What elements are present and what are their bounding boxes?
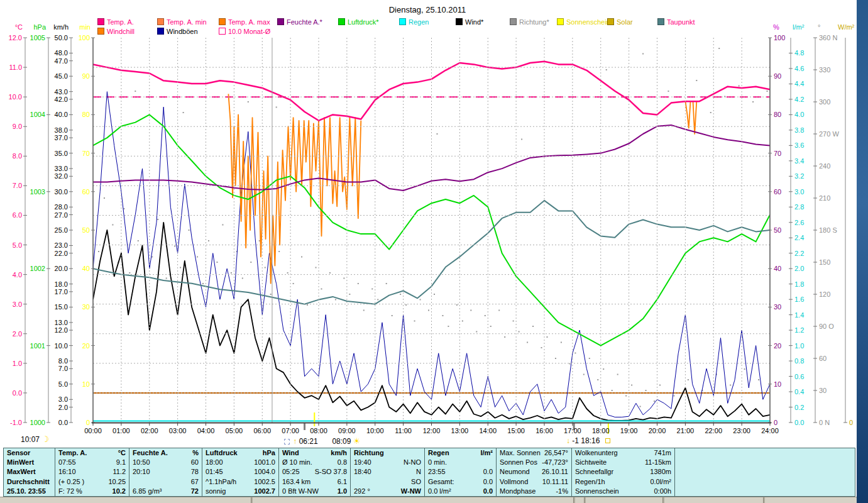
direction-dot <box>157 219 158 220</box>
cell-value: hPa <box>263 448 275 458</box>
statusbar-divider <box>662 497 664 503</box>
desktop-edge <box>857 0 868 503</box>
table-row-headers: SensorMinWertMaxWertDurchschnitt25.10. 2… <box>4 448 55 496</box>
table-col-Wind: Windkm/hØ 10 min.0.805:25S-SO 37.8163.4 … <box>279 448 351 496</box>
moonset-annotation: 10:07 ☽ <box>21 434 49 444</box>
x-axis-label: 06:00 <box>248 427 276 434</box>
direction-dot <box>527 342 528 343</box>
cell-value: S-SO 37.8 <box>315 467 347 477</box>
direction-dot <box>276 107 277 108</box>
cell-value: W-NW <box>401 487 421 496</box>
x-axis-label: 15:00 <box>502 427 530 434</box>
table-col-Luftdruck: LuftdruckhPa18:001001.001:451004.0^1.1hP… <box>202 448 279 496</box>
cell-label: 18:00 <box>206 458 223 467</box>
direction-dot <box>589 358 590 359</box>
cell-label: 163.4 km <box>282 477 310 487</box>
cell-label: Wind <box>282 448 299 458</box>
cell-value: 1004.0 <box>254 467 275 477</box>
direction-dot <box>767 91 768 92</box>
x-axis-label: 22:00 <box>700 427 727 434</box>
x-axis-label: 12:00 <box>418 427 446 434</box>
direction-dot <box>428 310 429 311</box>
cell-value: 11-15km <box>645 458 671 467</box>
direction-dot <box>293 283 294 284</box>
direction-dot <box>129 272 130 274</box>
direction-dot <box>174 246 175 247</box>
cell-value: 10.11.11 <box>542 477 568 487</box>
sunrise-arrow-icon: ↑ <box>293 437 297 446</box>
axis-tick-label: 40 <box>63 265 90 272</box>
axis-unit-wm2: W/m² <box>838 24 854 31</box>
cell-label: 0 min. <box>428 458 447 467</box>
cell-value: 0.0l/m² <box>650 477 671 487</box>
direction-dot <box>490 326 492 327</box>
x-axis-label: 16:00 <box>530 427 558 434</box>
cell-label: Ø 10 min. <box>282 458 312 467</box>
status-bar <box>0 497 857 503</box>
cell-label: F: 72 % <box>58 487 82 496</box>
direction-dot <box>631 385 632 386</box>
x-axis-label: 21:00 <box>671 427 699 434</box>
direction-dot <box>646 390 647 391</box>
direction-dot <box>216 262 217 263</box>
direction-dot <box>287 272 288 274</box>
axis-tick-label: 4.4 <box>794 80 832 87</box>
axis-tick-label: 60 <box>63 189 90 196</box>
axis-tick-label: 1.8 <box>794 281 832 288</box>
direction-dot <box>363 310 365 311</box>
x-axis-label: 14:00 <box>474 427 502 434</box>
sunset-time: 18:16 <box>581 436 600 445</box>
x-axis-label: 02:00 <box>136 427 163 434</box>
direction-dot <box>278 251 280 252</box>
axis-tick-label: 60 <box>819 355 857 362</box>
axis-tick-label: 360 N <box>819 35 857 41</box>
cell-value: 26,547° <box>544 448 568 458</box>
sunrise2-time: 08:09 <box>332 437 351 446</box>
axis-tick-label: 90 <box>774 73 811 80</box>
direction-dot <box>758 379 759 380</box>
axis-tick-label: 23.0 <box>41 242 68 249</box>
table-info-col-2: Wolkenunterg741mSichtweite11-15kmSchneef… <box>572 448 675 496</box>
direction-dot <box>752 101 754 102</box>
direction-dot <box>259 240 260 241</box>
direction-dot <box>476 331 477 333</box>
direction-dot <box>248 101 249 102</box>
direction-dot <box>335 299 336 301</box>
x-axis-label: 09:00 <box>333 427 361 434</box>
direction-dot <box>541 347 542 348</box>
direction-dot <box>414 321 415 322</box>
x-axis-label: 05:00 <box>220 427 248 434</box>
cell-label: 6.85 g/m³ <box>133 487 162 496</box>
direction-dot <box>513 321 514 322</box>
axis-tick-label: 100 <box>774 35 811 41</box>
axis-tick-label: 10 <box>774 381 811 388</box>
direction-dot <box>321 289 322 290</box>
axis-tick-label: 180 S <box>819 227 857 234</box>
cell-label: 18:40 <box>354 467 371 477</box>
axis-tick-label: 0 <box>63 419 90 426</box>
series-Windchill <box>228 94 361 283</box>
direction-dot <box>135 91 136 92</box>
table-col-Richtung: Richtung19:40N-NO18:40NSO292 °W-NW <box>351 448 425 496</box>
direction-dot <box>603 368 604 370</box>
direction-dot <box>597 379 598 380</box>
axis-tick-label: 17.0 <box>41 289 68 296</box>
cell-value: 9.1 <box>116 458 126 467</box>
direction-dot <box>642 53 644 55</box>
direction-dot <box>316 267 317 268</box>
axis-tick-label: 70 <box>63 150 90 157</box>
cell-label: 01:45 <box>206 467 223 477</box>
cell-value: 0.8 <box>338 458 347 467</box>
dashed-square-icon <box>284 439 290 445</box>
direction-dot <box>202 283 204 284</box>
direction-dot <box>434 294 435 295</box>
direction-dot <box>654 401 655 402</box>
cell-label: 0 Bft W-NW <box>282 487 319 496</box>
direction-dot <box>436 133 437 135</box>
direction-dot <box>612 390 613 391</box>
axis-tick-label: 11.0 <box>0 64 22 71</box>
cell-value: N-NO <box>404 458 421 467</box>
cell-label: 07:55 <box>58 458 76 467</box>
axis-tick-label: 300 <box>819 99 857 106</box>
direction-dot <box>555 358 556 359</box>
